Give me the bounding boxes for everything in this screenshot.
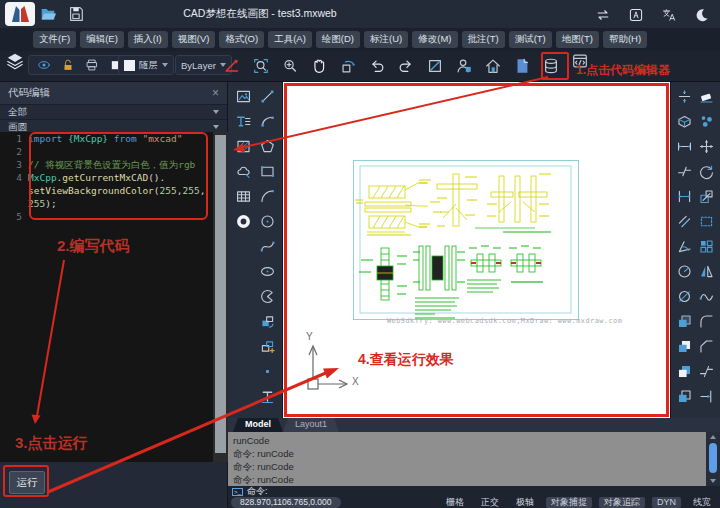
command-history[interactable]: runCode命令: runCode命令: runCode命令: runCode <box>228 432 720 486</box>
menu-item-1[interactable]: 编辑(E) <box>80 31 124 48</box>
mirror-icon[interactable] <box>698 263 715 280</box>
tab-model[interactable]: Model <box>233 418 283 432</box>
unlock-icon[interactable] <box>58 55 78 75</box>
point-icon[interactable] <box>259 363 276 380</box>
menu-item-11[interactable]: 地图(T) <box>556 31 599 48</box>
ellipse-arc-icon[interactable] <box>259 288 276 305</box>
code-scrollbar[interactable] <box>213 132 228 462</box>
code-editor-area[interactable]: 1import {MxCpp} from "mxcad"23// 将视区背景色设… <box>0 132 228 462</box>
menu-item-4[interactable]: 格式(O) <box>219 31 264 48</box>
translate-icon[interactable] <box>659 5 679 25</box>
box-3d-icon[interactable] <box>676 113 693 130</box>
layers-icon[interactable] <box>5 51 25 71</box>
user-icon[interactable] <box>454 56 474 76</box>
spline-icon[interactable] <box>259 238 276 255</box>
tab-layout1[interactable]: Layout1 <box>283 418 339 432</box>
dim-diameter-icon[interactable] <box>676 288 693 305</box>
match-props-3-icon[interactable] <box>676 363 693 380</box>
drawing-canvas[interactable]: WebSdkTry: www.webcadsdk.com,MxDraw: www… <box>283 82 670 418</box>
block-insert-icon[interactable] <box>259 338 276 355</box>
menu-item-9[interactable]: 批注(T) <box>462 31 505 48</box>
undo-icon[interactable] <box>367 56 387 76</box>
dim-break-icon[interactable] <box>676 163 693 180</box>
dim-continue-icon[interactable] <box>676 138 693 155</box>
redo-icon[interactable] <box>396 56 416 76</box>
toggle-线宽[interactable]: 线宽 <box>688 497 716 508</box>
match-props-4-icon[interactable] <box>676 388 693 405</box>
scale-icon[interactable] <box>698 188 715 205</box>
revcloud-icon[interactable] <box>235 163 252 180</box>
toggle-DYN[interactable]: DYN <box>652 497 681 508</box>
table-icon[interactable] <box>235 188 252 205</box>
erase-icon[interactable] <box>698 88 715 105</box>
donut-icon[interactable] <box>235 213 252 230</box>
dim-update-icon[interactable] <box>676 88 693 105</box>
block-edit-icon[interactable] <box>259 313 276 330</box>
menu-item-3[interactable]: 视图(V) <box>172 31 216 48</box>
open-file-button[interactable] <box>38 4 58 24</box>
toggle-对象追踪[interactable]: 对象追踪 <box>599 497 645 508</box>
dim-linear-icon[interactable] <box>676 188 693 205</box>
chamfer-icon[interactable] <box>698 338 715 355</box>
line-icon[interactable] <box>259 88 276 105</box>
app-logo-icon[interactable] <box>5 2 35 26</box>
menu-item-2[interactable]: 插入(I) <box>128 31 168 48</box>
match-props-2-icon[interactable] <box>676 338 693 355</box>
dim-angular-icon[interactable] <box>676 238 693 255</box>
run-button[interactable]: 运行 <box>9 471 45 494</box>
arc-icon[interactable] <box>259 113 276 130</box>
zoom-extents-icon[interactable] <box>280 56 300 76</box>
text-single-icon[interactable] <box>259 388 276 405</box>
polygon-icon[interactable] <box>259 138 276 155</box>
close-icon[interactable]: × <box>212 86 219 100</box>
measure-icon[interactable] <box>425 56 445 76</box>
match-props-1-icon[interactable] <box>676 313 693 330</box>
database-icon[interactable] <box>541 56 561 76</box>
printer-icon[interactable] <box>82 55 102 75</box>
menu-item-6[interactable]: 绘图(D) <box>316 31 360 48</box>
menu-item-5[interactable]: 工具(A) <box>268 31 312 48</box>
new-doc-icon[interactable] <box>512 56 532 76</box>
ellipse-icon[interactable] <box>259 263 276 280</box>
home-icon[interactable] <box>483 56 503 76</box>
arc-continue-icon[interactable] <box>259 188 276 205</box>
extend-icon[interactable] <box>698 388 715 405</box>
pan-icon[interactable] <box>309 56 329 76</box>
break-icon[interactable] <box>698 363 715 380</box>
text-style-icon[interactable] <box>235 113 252 130</box>
rectangle-icon[interactable] <box>259 163 276 180</box>
circle-icon[interactable] <box>259 213 276 230</box>
image-icon[interactable] <box>235 88 252 105</box>
hatch-icon[interactable] <box>235 138 252 155</box>
menu-item-10[interactable]: 测试(T) <box>509 31 552 48</box>
command-input-row[interactable]: >_ 命令: <box>228 486 720 497</box>
eye-icon[interactable] <box>34 55 54 75</box>
array-icon[interactable] <box>698 238 715 255</box>
scroll-up-icon[interactable] <box>710 435 716 439</box>
toggle-正交[interactable]: 正交 <box>476 497 504 508</box>
menu-item-8[interactable]: 修改(M) <box>412 31 457 48</box>
fillet-icon[interactable] <box>698 313 715 330</box>
code-filter-category[interactable]: 全部 <box>0 105 227 120</box>
ai-assistant-icon[interactable] <box>626 5 646 25</box>
menu-item-12[interactable]: 帮助(H) <box>603 31 647 48</box>
menu-item-7[interactable]: 标注(U) <box>364 31 408 48</box>
select-window-icon[interactable] <box>698 213 715 230</box>
dim-aligned-icon[interactable] <box>676 213 693 230</box>
menu-item-0[interactable]: 文件(F) <box>33 31 76 48</box>
dark-mode-icon[interactable] <box>692 5 712 25</box>
save-file-button[interactable] <box>66 4 86 24</box>
rotate-icon[interactable] <box>698 163 715 180</box>
spline-edit-icon[interactable] <box>698 288 715 305</box>
toggle-栅格[interactable]: 栅格 <box>441 497 469 508</box>
history-scrollbar[interactable] <box>706 432 720 486</box>
toggle-极轴[interactable]: 极轴 <box>511 497 539 508</box>
color-dropdown[interactable]: 随层 <box>118 55 174 75</box>
rotate-90-icon[interactable] <box>338 56 358 76</box>
scrollbar-thumb[interactable] <box>709 443 717 473</box>
dim-radius-icon[interactable] <box>676 263 693 280</box>
move-icon[interactable] <box>698 138 715 155</box>
window-sync-icon[interactable] <box>593 5 613 25</box>
copy-icon[interactable] <box>698 113 715 130</box>
zoom-window-icon[interactable] <box>251 56 271 76</box>
